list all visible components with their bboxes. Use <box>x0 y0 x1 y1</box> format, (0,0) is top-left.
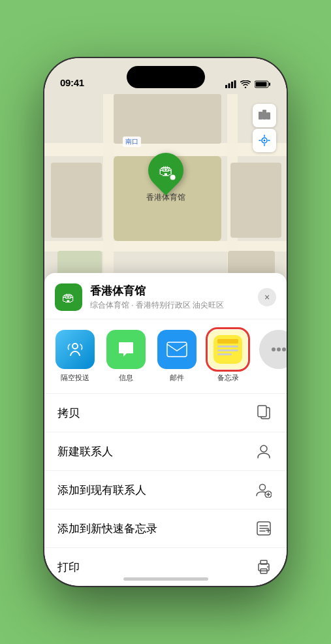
bottom-sheet: 🏟 香港体育馆 综合体育馆 · 香港特别行政区 油尖旺区 × <box>44 273 287 586</box>
svg-point-11 <box>264 140 266 142</box>
venue-icon: 🏟 <box>55 283 82 311</box>
notes-inner <box>213 335 242 364</box>
quick-note-icon <box>254 519 274 538</box>
action-add-notes[interactable]: 添加到新快速备忘录 <box>44 509 287 548</box>
svg-point-19 <box>260 445 267 452</box>
svg-rect-18 <box>258 406 266 417</box>
person-add-icon <box>254 480 274 500</box>
phone-screen: 09:41 <box>44 58 287 586</box>
home-indicator <box>123 577 208 581</box>
svg-rect-7 <box>259 112 262 120</box>
svg-rect-8 <box>262 110 266 120</box>
svg-point-26 <box>267 566 268 568</box>
dynamic-island <box>127 66 205 88</box>
notes-icon <box>208 330 247 369</box>
svg-rect-2 <box>231 82 233 88</box>
mail-icon <box>157 330 197 369</box>
copy-label: 拷贝 <box>57 406 254 421</box>
share-item-message[interactable]: 信息 <box>103 330 149 383</box>
map-type-button[interactable] <box>253 104 276 127</box>
add-notes-label: 添加到新快速备忘录 <box>57 521 254 536</box>
svg-point-12 <box>72 344 78 349</box>
airdrop-label: 隔空投送 <box>61 373 89 383</box>
battery-icon <box>255 80 271 88</box>
share-item-notes[interactable]: 备忘录 <box>205 330 251 383</box>
person-icon <box>254 442 274 461</box>
status-icons <box>225 80 271 88</box>
share-icons-row: 隔空投送 信息 <box>44 319 287 394</box>
print-icon <box>254 557 274 577</box>
close-button[interactable]: × <box>258 288 276 306</box>
action-add-existing[interactable]: 添加到现有联系人 <box>44 471 287 509</box>
copy-icon <box>254 403 274 423</box>
share-item-more[interactable] <box>256 330 287 383</box>
share-item-mail[interactable]: 邮件 <box>154 330 200 383</box>
message-icon <box>106 330 146 369</box>
share-item-airdrop[interactable]: 隔空投送 <box>52 330 98 383</box>
svg-rect-6 <box>256 82 267 87</box>
new-contact-label: 新建联系人 <box>57 444 254 459</box>
wifi-icon <box>240 80 251 88</box>
mail-label: 邮件 <box>170 373 184 383</box>
svg-rect-5 <box>269 83 270 86</box>
location-button[interactable] <box>253 129 276 152</box>
venue-emoji: 🏟 <box>62 290 75 305</box>
action-copy[interactable]: 拷贝 <box>44 394 287 432</box>
svg-rect-0 <box>225 85 227 88</box>
map-nankou-label: 南口 <box>123 137 141 147</box>
phone-frame: 09:41 <box>43 57 288 587</box>
notes-label: 备忘录 <box>217 373 239 383</box>
svg-point-14 <box>272 347 276 351</box>
sheet-header: 🏟 香港体育馆 综合体育馆 · 香港特别行政区 油尖旺区 × <box>44 273 287 319</box>
more-icon <box>259 330 287 369</box>
svg-point-15 <box>277 347 281 351</box>
svg-rect-1 <box>229 84 230 89</box>
svg-rect-3 <box>234 80 236 88</box>
location-pin: 🏟 香港体育馆 <box>146 153 185 203</box>
airdrop-icon <box>55 330 95 369</box>
add-existing-label: 添加到现有联系人 <box>57 483 254 498</box>
svg-point-16 <box>282 347 286 351</box>
svg-rect-13 <box>167 342 187 357</box>
svg-point-20 <box>260 485 266 491</box>
status-time: 09:41 <box>60 77 84 88</box>
venue-subtitle: 综合体育馆 · 香港特别行政区 油尖旺区 <box>90 300 258 311</box>
print-label: 打印 <box>57 560 254 575</box>
action-new-contact[interactable]: 新建联系人 <box>44 432 287 471</box>
map-controls <box>253 104 276 152</box>
signal-icon <box>225 80 236 88</box>
venue-title: 香港体育馆 <box>90 283 258 298</box>
venue-title-group: 香港体育馆 综合体育馆 · 香港特别行政区 油尖旺区 <box>90 283 258 311</box>
svg-rect-9 <box>266 112 270 120</box>
message-label: 信息 <box>119 373 133 383</box>
